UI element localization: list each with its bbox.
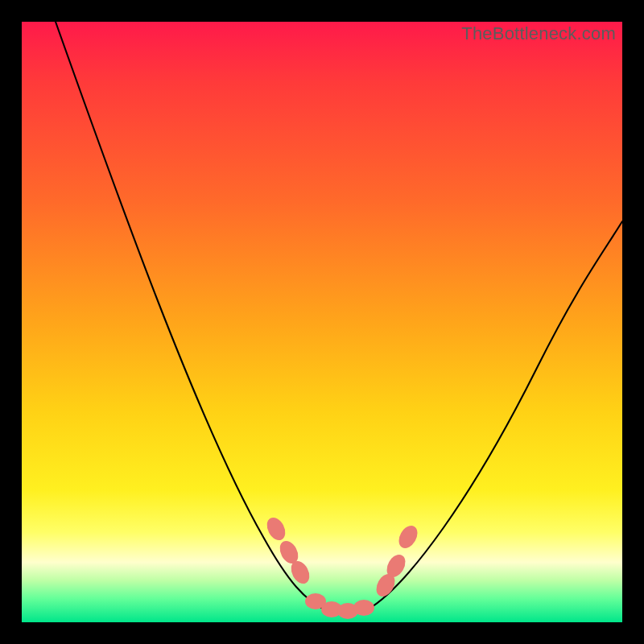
marker-dot <box>395 522 421 551</box>
marker-dot <box>353 600 374 616</box>
chart-stage: TheBottleneck.com <box>0 0 644 644</box>
marker-dot <box>263 514 289 543</box>
bottleneck-curve-left <box>56 22 328 611</box>
bottleneck-curve-right <box>368 221 622 609</box>
plot-area: TheBottleneck.com <box>22 22 622 622</box>
curve-layer <box>22 22 622 622</box>
